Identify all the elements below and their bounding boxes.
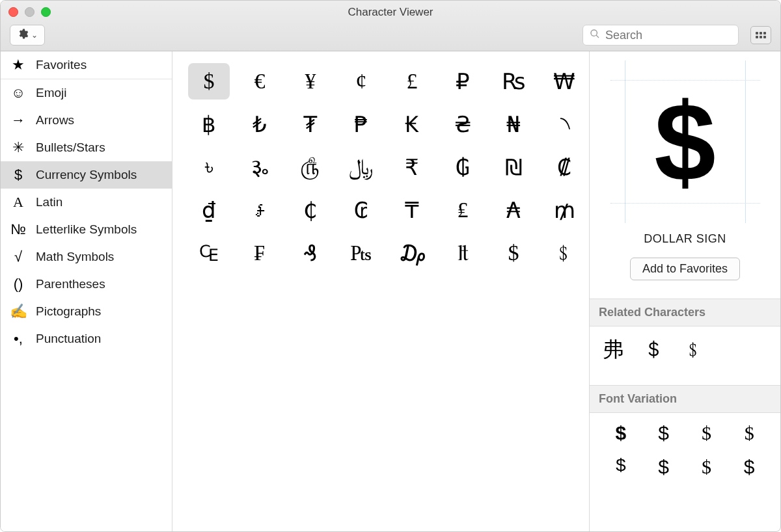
sidebar: ★ Favorites ☺ Emoji → Arrows ✳ Bullets/S… (1, 51, 172, 531)
character-cell[interactable]: ₭ (391, 106, 433, 142)
sidebar-item-emoji[interactable]: ☺ Emoji (1, 79, 172, 107)
settings-menu-button[interactable]: ⌄ (10, 25, 45, 46)
character-cell[interactable]: ₵ (290, 192, 331, 228)
character-cell[interactable]: ௹ (290, 149, 331, 185)
character-cell[interactable]: ₺ (239, 106, 281, 142)
glyph-name: DOLLAR SIGN (644, 232, 726, 246)
character-cell[interactable]: ₳ (493, 192, 534, 228)
add-to-favorites-button[interactable]: Add to Favorites (630, 258, 740, 280)
sidebar-item-punctuation[interactable]: •, Punctuation (1, 325, 172, 352)
toggle-compact-button[interactable] (750, 26, 771, 44)
character-cell[interactable]: ฿ (188, 106, 230, 142)
numero-icon: № (10, 221, 27, 238)
sidebar-item-label: Pictographs (36, 304, 101, 319)
character-cell[interactable]: ৳ (188, 149, 230, 185)
font-variation[interactable]: $ (702, 456, 711, 478)
parentheses-icon: () (10, 276, 27, 293)
character-cell[interactable]: ₤ (442, 192, 484, 228)
window-title: Character Viewer (1, 6, 780, 19)
character-cell[interactable]: ৲ (543, 106, 585, 142)
font-variation[interactable]: $ (615, 456, 626, 478)
font-variation[interactable]: $ (744, 456, 755, 478)
sidebar-item-math[interactable]: √ Math Symbols (1, 243, 172, 271)
punctuation-icon: •, (10, 330, 27, 347)
sidebar-item-arrows[interactable]: → Arrows (1, 107, 172, 134)
character-cell[interactable]: $ (188, 63, 230, 100)
sidebar-item-bullets-stars[interactable]: ✳ Bullets/Stars (1, 134, 172, 161)
character-cell[interactable]: ₲ (442, 149, 484, 185)
font-variation[interactable]: $ (658, 422, 669, 444)
big-glyph: $ (654, 86, 716, 197)
sidebar-item-favorites[interactable]: ★ Favorites (1, 51, 172, 79)
character-cell[interactable]: ₸ (391, 192, 433, 228)
content-area: ★ Favorites ☺ Emoji → Arrows ✳ Bullets/S… (1, 51, 780, 531)
character-cell[interactable]: ₴ (442, 106, 484, 142)
sidebar-item-latin[interactable]: A Latin (1, 189, 172, 216)
character-cell[interactable]: ﹩ (543, 235, 585, 271)
font-variation-header: Font Variation (590, 385, 780, 413)
font-variation[interactable]: $ (745, 422, 754, 444)
character-cell[interactable]: ₡ (543, 149, 585, 185)
character-grid: $€¥¢£₽₨₩฿₺₮₱₭₴₦৲৳૱௹﷼₹₲₪₡₫៛₵₢₸₤₳₥₠₣₰₧₯₶$﹩ (172, 51, 589, 531)
sidebar-item-label: Parentheses (36, 277, 105, 291)
character-cell[interactable]: ₥ (543, 192, 585, 228)
character-cell[interactable]: ₽ (442, 63, 484, 100)
character-cell[interactable]: £ (391, 63, 433, 100)
glyph-preview: $ DOLLAR SIGN Add to Favorites (590, 51, 780, 287)
character-cell[interactable]: ₫ (188, 192, 230, 228)
arrow-icon: → (10, 112, 27, 129)
sidebar-item-parentheses[interactable]: () Parentheses (1, 271, 172, 298)
character-cell[interactable]: $ (493, 235, 534, 271)
sidebar-item-label: Bullets/Stars (36, 140, 105, 155)
character-cell[interactable]: ₪ (493, 149, 534, 185)
related-characters: 弗＄﹩ (590, 326, 780, 373)
character-cell[interactable]: ₯ (391, 235, 433, 271)
character-viewer-window: Character Viewer ⌄ (0, 0, 781, 532)
emoji-icon: ☺ (10, 85, 27, 101)
character-cell[interactable]: ₹ (391, 149, 433, 185)
character-cell[interactable]: ៛ (239, 192, 281, 228)
character-cell[interactable]: ₧ (340, 235, 382, 271)
sidebar-item-pictographs[interactable]: ✍ Pictographs (1, 298, 172, 325)
font-variation[interactable]: $ (616, 422, 627, 444)
star-burst-icon: ✳ (10, 139, 27, 156)
character-cell[interactable]: ₨ (493, 63, 534, 100)
keyboard-icon (756, 32, 766, 38)
search-input[interactable] (605, 29, 732, 42)
related-character[interactable]: ＄ (643, 336, 664, 364)
character-cell[interactable]: ₮ (290, 106, 331, 142)
character-cell[interactable]: ¥ (290, 63, 331, 100)
character-cell[interactable]: ₩ (543, 63, 585, 100)
character-cell[interactable]: ¢ (340, 63, 382, 100)
search-icon (590, 29, 600, 42)
related-character[interactable]: ﹩ (683, 336, 704, 364)
sidebar-item-label: Currency Symbols (36, 168, 137, 182)
character-cell[interactable]: ₢ (340, 192, 382, 228)
related-character[interactable]: 弗 (603, 336, 623, 364)
character-cell[interactable]: ₠ (188, 235, 230, 271)
character-cell[interactable]: ﷼ (340, 149, 382, 185)
titlebar: Character Viewer ⌄ (1, 1, 780, 51)
character-cell[interactable]: ₣ (239, 235, 281, 271)
character-cell[interactable]: ₶ (442, 235, 484, 271)
sidebar-item-currency-symbols[interactable]: $ Currency Symbols (1, 161, 172, 189)
gear-icon (17, 28, 29, 42)
sidebar-item-label: Letterlike Symbols (36, 222, 137, 237)
sidebar-item-label: Latin (36, 195, 62, 209)
sidebar-item-letterlike[interactable]: № Letterlike Symbols (1, 216, 172, 243)
latin-a-icon: A (10, 194, 27, 211)
sidebar-item-label: Punctuation (36, 332, 101, 346)
font-variation[interactable]: $ (658, 456, 669, 478)
character-cell[interactable]: ₰ (290, 235, 331, 271)
character-cell[interactable]: € (239, 63, 281, 100)
glyph-grid-guides: $ (610, 60, 760, 223)
search-field[interactable] (582, 25, 739, 46)
dollar-icon: $ (10, 166, 27, 183)
sidebar-item-label: Emoji (36, 86, 67, 100)
character-cell[interactable]: ₦ (493, 106, 534, 142)
character-cell[interactable]: ૱ (239, 149, 281, 185)
character-cell[interactable]: ₱ (340, 106, 382, 142)
font-variation[interactable]: $ (702, 422, 711, 444)
writing-hand-icon: ✍ (10, 303, 27, 320)
sidebar-item-label: Arrows (36, 113, 74, 127)
